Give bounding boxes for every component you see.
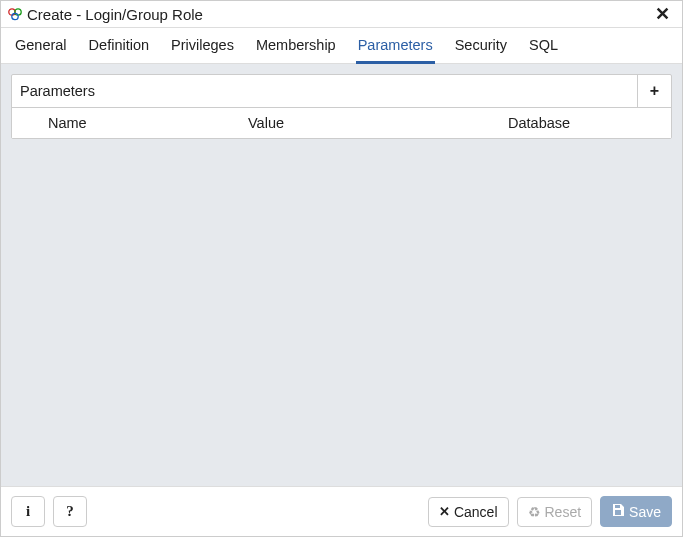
close-icon[interactable]: ✕ bbox=[651, 5, 674, 23]
add-row-button[interactable]: + bbox=[637, 75, 671, 107]
tab-security[interactable]: Security bbox=[453, 28, 509, 64]
x-icon: ✕ bbox=[439, 504, 450, 519]
tab-general[interactable]: General bbox=[13, 28, 69, 64]
dialog-title: Create - Login/Group Role bbox=[27, 6, 203, 23]
panel-header: Parameters + bbox=[12, 75, 671, 108]
question-icon: ? bbox=[66, 503, 74, 520]
col-spacer bbox=[12, 108, 42, 138]
recycle-icon: ♻ bbox=[528, 504, 541, 520]
column-headers: Name Value Database bbox=[12, 108, 671, 138]
cancel-label: Cancel bbox=[454, 504, 498, 520]
cancel-button[interactable]: ✕ Cancel bbox=[428, 497, 509, 527]
tab-privileges[interactable]: Privileges bbox=[169, 28, 236, 64]
tab-membership[interactable]: Membership bbox=[254, 28, 338, 64]
create-role-dialog: Create - Login/Group Role ✕ General Defi… bbox=[0, 0, 683, 537]
footer: i ? ✕ Cancel ♻ Reset Save bbox=[1, 486, 682, 536]
panel-title: Parameters bbox=[12, 76, 637, 106]
col-header-name: Name bbox=[42, 108, 242, 138]
tabs: General Definition Privileges Membership… bbox=[1, 28, 682, 64]
tab-definition[interactable]: Definition bbox=[87, 28, 151, 64]
help-button[interactable]: ? bbox=[53, 496, 87, 527]
grid-body-empty bbox=[11, 139, 672, 476]
role-icon bbox=[7, 7, 23, 21]
save-label: Save bbox=[629, 504, 661, 520]
save-button[interactable]: Save bbox=[600, 496, 672, 527]
col-header-value: Value bbox=[242, 108, 502, 138]
save-icon bbox=[611, 503, 625, 520]
reset-label: Reset bbox=[545, 504, 582, 520]
reset-button[interactable]: ♻ Reset bbox=[517, 497, 593, 527]
col-header-database: Database bbox=[502, 108, 671, 138]
titlebar: Create - Login/Group Role ✕ bbox=[1, 1, 682, 28]
info-icon: i bbox=[26, 503, 30, 520]
tab-sql[interactable]: SQL bbox=[527, 28, 560, 64]
dialog-title-wrap: Create - Login/Group Role bbox=[7, 6, 651, 23]
parameters-panel: Parameters + Name Value Database bbox=[11, 74, 672, 139]
info-button[interactable]: i bbox=[11, 496, 45, 527]
plus-icon: + bbox=[650, 82, 659, 99]
content-area: Parameters + Name Value Database bbox=[1, 64, 682, 486]
tab-parameters[interactable]: Parameters bbox=[356, 28, 435, 64]
